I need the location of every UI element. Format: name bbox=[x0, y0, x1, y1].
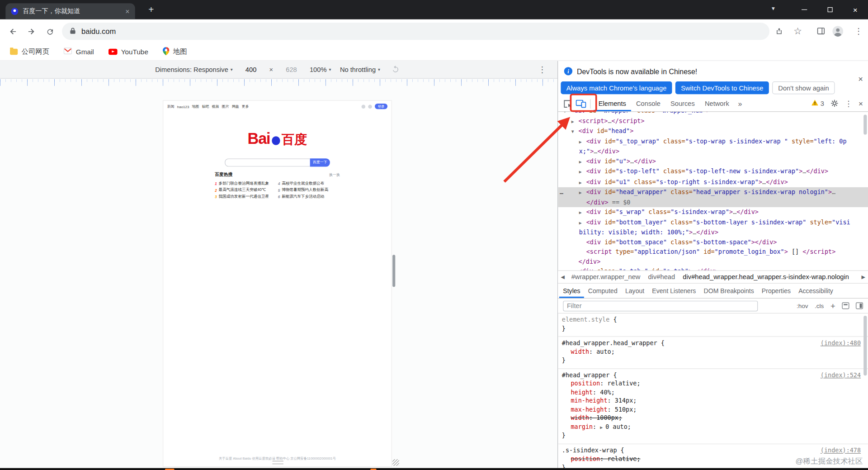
more-tabs-icon[interactable]: » bbox=[734, 100, 746, 108]
new-style-rule-button[interactable]: + bbox=[830, 302, 835, 310]
toggle-device-toolbar-icon[interactable] bbox=[574, 98, 587, 110]
scrollbar-thumb[interactable] bbox=[863, 316, 867, 375]
viewport-width-input[interactable]: 400 bbox=[241, 66, 260, 73]
css-declaration[interactable]: width: auto; bbox=[558, 347, 868, 356]
expand-arrow-icon[interactable]: ▶ bbox=[579, 177, 586, 187]
browser-tab[interactable]: 百度一下，你就知道 × bbox=[5, 3, 135, 19]
hot-search-refresh[interactable]: 换一换 bbox=[329, 173, 340, 178]
rule-selector[interactable]: .s-isindex-wrap bbox=[562, 447, 617, 454]
css-declaration[interactable]: width: 1000px; bbox=[558, 414, 868, 423]
mini-nav-link[interactable]: 地图 bbox=[192, 104, 199, 109]
hot-search-item[interactable]: 5博物馆暑期预约人数创新高 bbox=[278, 187, 340, 194]
viewport-height-input[interactable]: 628 bbox=[282, 66, 301, 73]
mini-nav-link[interactable]: 图片 bbox=[222, 104, 229, 109]
resize-handle-corner[interactable] bbox=[392, 459, 399, 466]
bookmark-star-icon[interactable]: ☆ bbox=[792, 25, 804, 37]
dom-tree-node[interactable]: ▶<div id="s_wrap" class="s-isindex-wrap"… bbox=[558, 207, 868, 218]
throttling-select[interactable]: No throttling ▾ bbox=[340, 66, 380, 73]
mini-nav-link[interactable]: hao123 bbox=[177, 104, 189, 109]
device-toolbar-menu-icon[interactable]: ⋮ bbox=[538, 65, 546, 75]
bookmark-item-gmail[interactable]: Gmail bbox=[64, 47, 94, 56]
dom-tree-node[interactable]: ▶<div id="u">…</div> bbox=[558, 157, 868, 167]
sidebar-tab-computed[interactable]: Computed bbox=[584, 284, 621, 298]
new-tab-button[interactable]: + bbox=[145, 4, 157, 16]
scrollbar-thumb[interactable] bbox=[863, 114, 867, 134]
stylesheet-link[interactable]: (index):478 bbox=[821, 446, 861, 455]
browser-menu-icon[interactable]: ⋮ bbox=[853, 25, 865, 37]
bookmark-item-company[interactable]: 公司网页 bbox=[10, 47, 49, 57]
sidebar-tab-accessibility[interactable]: Accessibility bbox=[795, 284, 837, 298]
sidebar-tab-event-listeners[interactable]: Event Listeners bbox=[648, 284, 700, 298]
css-declaration[interactable]: min-height: 314px; bbox=[558, 397, 868, 405]
devtools-tab-console[interactable]: Console bbox=[631, 96, 665, 111]
css-declaration[interactable]: margin: ▶ 0 auto; bbox=[558, 423, 868, 432]
close-button[interactable]: × bbox=[843, 0, 868, 19]
dom-tree-node[interactable]: <script type="application/json" id="prom… bbox=[558, 247, 868, 256]
rule-selector[interactable]: element.style bbox=[562, 316, 609, 323]
node-menu-icon[interactable]: … bbox=[560, 187, 563, 197]
back-button[interactable] bbox=[7, 25, 19, 38]
inspect-element-icon[interactable] bbox=[561, 98, 574, 110]
dom-tree-node[interactable]: ▶<div class="s_tab " id="s_tab">…</div> bbox=[558, 266, 868, 271]
mini-search-button[interactable]: 百度一下 bbox=[310, 158, 330, 166]
breadcrumb-item[interactable]: div#head bbox=[648, 273, 675, 281]
devtools-tab-elements[interactable]: Elements bbox=[594, 96, 631, 111]
breadcrumb-right-icon[interactable]: ▶ bbox=[861, 274, 865, 280]
resize-handle-bottom[interactable] bbox=[272, 461, 283, 464]
dom-tree-node[interactable]: ▼<div id="wrapper" class="wrapper_new"> bbox=[558, 112, 868, 116]
dom-tree-node[interactable]: ▶<div id="u1" class="s-top-right s-isind… bbox=[558, 177, 868, 187]
minimize-button[interactable] bbox=[792, 0, 817, 19]
stylesheet-link[interactable]: (index):480 bbox=[821, 339, 861, 347]
share-icon[interactable] bbox=[773, 25, 785, 37]
zoom-select[interactable]: 100% ▾ bbox=[310, 66, 331, 73]
viewport-scrollbar[interactable] bbox=[392, 255, 395, 287]
dom-tree-node[interactable]: …▶<div id="head_wrapper" class="head_wra… bbox=[558, 187, 868, 207]
expand-arrow-icon[interactable]: ▶ bbox=[579, 167, 586, 177]
mini-login-button[interactable]: 登录 bbox=[375, 104, 387, 109]
css-declaration[interactable]: height: 40%; bbox=[558, 388, 868, 397]
hot-search-item[interactable]: 2最高气温连续三天突破40℃ bbox=[215, 187, 276, 194]
hot-search-item[interactable]: 6新能源汽车下乡活动启动 bbox=[278, 193, 340, 200]
css-declaration[interactable]: position: relative; bbox=[558, 380, 868, 388]
device-type-select[interactable]: Dimensions: Responsive ▾ bbox=[155, 66, 233, 73]
class-toggle[interactable]: .cls bbox=[815, 303, 824, 309]
styles-filter-input[interactable] bbox=[563, 300, 758, 311]
css-declaration[interactable]: max-height: 510px; bbox=[558, 405, 868, 414]
dom-tree-node[interactable]: ▶<div id="bottom_layer" class="s-bottom-… bbox=[558, 218, 868, 237]
dont-show-again-button[interactable]: Don't show again bbox=[772, 81, 835, 94]
expand-arrow-icon[interactable]: ▶ bbox=[571, 267, 579, 270]
expand-arrow-icon[interactable]: ▶ bbox=[579, 208, 586, 217]
dom-tree-node[interactable]: ▼<div id="head"> bbox=[558, 126, 868, 137]
site-security-lock-icon[interactable] bbox=[70, 26, 75, 36]
collapse-arrow-icon[interactable]: ▼ bbox=[564, 112, 571, 116]
rotate-viewport-icon[interactable] bbox=[389, 63, 402, 76]
sidebar-tab-styles[interactable]: Styles bbox=[559, 284, 585, 298]
settings-gear-icon[interactable] bbox=[830, 99, 839, 109]
mini-nav-link[interactable]: 新闻 bbox=[167, 104, 175, 109]
address-bar[interactable]: baidu.com bbox=[62, 23, 769, 40]
bookmark-item-maps[interactable]: 地图 bbox=[163, 47, 187, 57]
devtools-close-icon[interactable]: × bbox=[859, 100, 863, 107]
dom-tree-node[interactable]: ▶<div id="s-top-left" class="s-top-left-… bbox=[558, 167, 868, 177]
expand-arrow-icon[interactable]: ▶ bbox=[579, 188, 586, 197]
switch-to-chinese-button[interactable]: Switch DevTools to Chinese bbox=[675, 81, 769, 94]
devtools-tab-sources[interactable]: Sources bbox=[665, 96, 700, 111]
dom-tree-node[interactable]: ▶<div id="s_top_wrap" class="s-top-wrap … bbox=[558, 137, 868, 157]
breadcrumb-item[interactable]: #wrapper.wrapper_new bbox=[571, 273, 641, 281]
expand-arrow-icon[interactable]: ▶ bbox=[579, 218, 586, 228]
forward-button[interactable] bbox=[25, 25, 37, 38]
profile-avatar[interactable] bbox=[831, 25, 844, 37]
devtools-menu-icon[interactable]: ⋮ bbox=[844, 100, 852, 107]
devtools-tab-network[interactable]: Network bbox=[700, 96, 734, 111]
tab-search-chevron-icon[interactable]: ▾ bbox=[772, 5, 775, 12]
side-panel-icon[interactable] bbox=[815, 25, 827, 37]
collapse-arrow-icon[interactable]: ▼ bbox=[571, 127, 579, 136]
sidebar-tab-dom-breakpoints[interactable]: DOM Breakpoints bbox=[700, 284, 758, 298]
expand-arrow-icon[interactable]: ▶ bbox=[579, 137, 586, 147]
maximize-button[interactable] bbox=[817, 0, 842, 19]
hot-search-item[interactable]: 3我国成功发射新一代通信卫星 bbox=[215, 193, 276, 200]
hot-search-item[interactable]: 1多部门联合整治网络直播乱象 bbox=[215, 180, 276, 187]
pseudo-state-toggle[interactable]: :hov bbox=[797, 303, 808, 309]
reload-button[interactable] bbox=[44, 25, 56, 38]
bookmark-item-youtube[interactable]: YouTube bbox=[108, 48, 148, 56]
